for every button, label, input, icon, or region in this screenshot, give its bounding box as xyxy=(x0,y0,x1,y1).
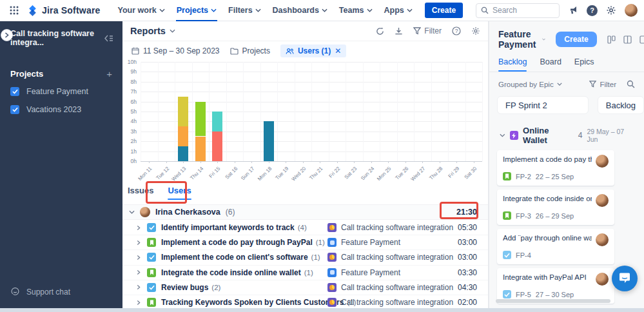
bar-segment-thu-14[interactable] xyxy=(195,102,206,137)
settings-icon[interactable] xyxy=(606,5,616,15)
bar-segment-wed-13[interactable] xyxy=(178,126,188,146)
project-checkbox[interactable] xyxy=(10,105,19,114)
issue-card-fp-2[interactable]: Implement a code do pay through PayFP-22… xyxy=(497,150,614,186)
create-button[interactable]: Create xyxy=(425,3,463,18)
table-row[interactable]: Tracking Keywords Spoken by Clients Cust… xyxy=(122,295,488,308)
add-project-icon[interactable]: + xyxy=(106,69,112,79)
x-tick-mark xyxy=(166,161,167,163)
refresh-icon[interactable] xyxy=(376,27,384,35)
bar-segment-wed-13[interactable] xyxy=(178,97,188,126)
panel-project-dropdown[interactable]: Feature Payment xyxy=(498,29,545,50)
page-horizontal-scrollbar[interactable] xyxy=(0,308,644,312)
bar-segment-fri-15[interactable] xyxy=(212,112,222,132)
issue-count: (1) xyxy=(316,239,325,246)
story-icon xyxy=(147,268,156,277)
issue-table: Identify important keywords to track(4)C… xyxy=(122,220,488,308)
grouped-by-dropdown[interactable]: Grouped by Epic xyxy=(498,81,562,88)
users-filter-chip[interactable]: Users (1) ✕ xyxy=(280,44,346,57)
projects-filter[interactable]: Projects xyxy=(230,46,270,55)
issue-card-fp-3[interactable]: Integrate the code inside online walletF… xyxy=(497,190,614,225)
backlog-column-backlog[interactable]: Backlog xyxy=(598,96,644,114)
v-gridline xyxy=(260,62,261,161)
table-row[interactable]: Implement a code do pay through PayPal(1… xyxy=(122,235,488,250)
panel-tab-board[interactable]: Board xyxy=(540,57,561,72)
search-input[interactable] xyxy=(493,6,551,15)
tab-issues[interactable]: Issues xyxy=(128,186,153,200)
nav-item-dashboards[interactable]: Dashboards xyxy=(267,0,333,21)
expand-row-icon[interactable] xyxy=(137,240,141,246)
report-settings-icon[interactable] xyxy=(471,26,480,35)
project-name: Feature Payment xyxy=(341,268,400,277)
expand-row-icon[interactable] xyxy=(137,284,141,290)
left-sidebar: Call tracking software integra... Projec… xyxy=(0,21,122,308)
project-checkbox[interactable] xyxy=(10,87,19,96)
detail-view-icon[interactable] xyxy=(639,35,644,44)
filter-button[interactable]: Filter xyxy=(413,26,442,35)
nav-item-teams[interactable]: Teams xyxy=(333,0,378,21)
report-tabs: IssuesUsers xyxy=(128,186,191,200)
issue-title: Integrate the code inside online wallet xyxy=(161,268,301,277)
bar-segment-mon-18[interactable] xyxy=(264,121,274,161)
table-row[interactable]: Review bugs(2)Call tracking software int… xyxy=(122,280,488,295)
search-icon xyxy=(481,6,489,14)
panel-create-button[interactable]: Create xyxy=(556,32,596,47)
collapse-sidebar-icon[interactable] xyxy=(104,35,113,42)
chevron-right-icon xyxy=(137,300,141,306)
reports-dropdown[interactable]: Reports xyxy=(130,26,175,36)
task-icon xyxy=(503,290,511,298)
support-chat-button[interactable]: Support chat xyxy=(0,282,122,302)
card-title: Implement a code do pay through Pay xyxy=(503,155,592,164)
panel-search-icon[interactable] xyxy=(627,80,635,88)
user-group-row[interactable]: Irina Cherkasova (6) 21:30 xyxy=(122,204,488,220)
bar-segment-wed-13[interactable] xyxy=(178,146,188,161)
chat-widget-button[interactable] xyxy=(612,266,638,291)
nav-item-filters[interactable]: Filters xyxy=(222,0,267,21)
backlog-column-fp-sprint-2[interactable]: FP Sprint 2 xyxy=(497,96,589,114)
jira-logo[interactable]: Jira Software xyxy=(27,5,101,16)
table-row[interactable]: Identify important keywords to track(4)C… xyxy=(122,220,488,235)
card-dates: 27 – 30 Sep xyxy=(536,291,574,298)
sidebar-project-feature-payment[interactable]: Feature Payment xyxy=(0,83,122,101)
nav-item-your-work[interactable]: Your work xyxy=(112,0,171,21)
nav-item-projects[interactable]: Projects xyxy=(171,0,222,21)
report-help-icon[interactable]: ? xyxy=(452,26,461,35)
panel-tab-epics[interactable]: Epics xyxy=(574,57,594,72)
user-avatar[interactable] xyxy=(625,4,638,17)
table-row[interactable]: Integrate the code inside online wallet(… xyxy=(122,266,488,280)
tab-users[interactable]: Users xyxy=(168,186,191,200)
card-dates: 22 – 25 Sep xyxy=(536,173,574,180)
issue-card-fp-4[interactable]: Add ¨pay through online wallet¨ optionFP… xyxy=(497,229,614,264)
export-icon[interactable] xyxy=(395,27,403,35)
v-gridline xyxy=(295,62,295,161)
issue-card-fp-5[interactable]: Integrate with PayPal APIFP-527 – 30 Sep xyxy=(497,268,614,304)
expand-row-icon[interactable] xyxy=(137,255,141,260)
bar-segment-thu-14[interactable] xyxy=(195,137,206,162)
board-view-icon[interactable] xyxy=(607,35,616,44)
search-input-wrap[interactable] xyxy=(476,3,560,18)
sidebar-project-vacations-2023[interactable]: Vacations 2023 xyxy=(0,101,122,119)
help-icon[interactable]: ? xyxy=(587,5,598,16)
epic-group-row[interactable]: Online Wallet 4 29 May – 07 Jun xyxy=(489,119,644,150)
expand-row-icon[interactable] xyxy=(137,269,141,275)
app-switcher-icon[interactable] xyxy=(6,3,22,18)
notifications-icon[interactable] xyxy=(568,5,578,15)
v-gridline xyxy=(277,62,278,161)
bar-segment-fri-15[interactable] xyxy=(212,132,222,161)
panel-tab-backlog[interactable]: Backlog xyxy=(498,57,527,72)
table-row[interactable]: Implement the code on client's software(… xyxy=(122,250,488,265)
expand-row-icon[interactable] xyxy=(137,225,141,231)
users-chip-close-icon[interactable]: ✕ xyxy=(335,46,341,55)
folder-icon xyxy=(230,48,239,55)
support-chat-label: Support chat xyxy=(26,288,70,297)
issue-count: (2) xyxy=(211,284,220,291)
expand-sidebar-handle[interactable] xyxy=(1,29,13,41)
expand-row-icon[interactable] xyxy=(137,300,141,306)
split-view-icon[interactable] xyxy=(623,35,632,44)
panel-horizontal-scrollbar[interactable] xyxy=(496,299,610,303)
nav-item-apps[interactable]: Apps xyxy=(378,0,418,21)
date-range-filter[interactable]: 11 Sep – 30 Sep 2023 xyxy=(132,46,220,55)
v-gridline xyxy=(329,62,329,161)
project-name: Call tracking software integration xyxy=(341,223,453,232)
panel-filter-button[interactable]: Filter xyxy=(589,81,616,88)
bookmark-icon xyxy=(150,240,154,246)
